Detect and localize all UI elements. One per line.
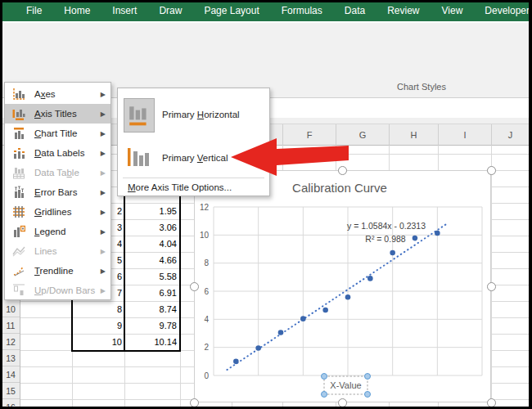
svg-text:10: 10 [200, 231, 210, 240]
primary-horizontal-icon [124, 98, 155, 133]
chart-svg: 024681012Calibration Curvey = 1.0584x - … [195, 171, 490, 402]
cell-y-value[interactable]: 6.91 [126, 285, 177, 301]
row-header-12[interactable]: 12 [2, 334, 20, 350]
menu-item-label: Chart Title [34, 128, 77, 138]
row-header-14[interactable]: 14 [2, 366, 20, 383]
menu-item-data-labels[interactable]: Data Labels▶ [5, 143, 110, 163]
cell-x-value[interactable]: 9 [74, 317, 122, 334]
menu-item-lines: Lines▶ [5, 241, 110, 261]
cell-y-value[interactable]: 10.14 [126, 334, 177, 350]
lines-icon [12, 245, 25, 258]
chart-title-icon [12, 127, 25, 140]
data-table-icon [12, 166, 25, 179]
submenu-arrow-icon: ▶ [101, 110, 106, 118]
menu-item-trendline[interactable]: Trendline▶ [5, 261, 110, 281]
column-header-i[interactable]: I [438, 124, 491, 146]
primary-vertical-icon [127, 146, 151, 169]
table-border [71, 350, 181, 352]
svg-text:2: 2 [204, 343, 209, 352]
submenu-arrow-icon: ▶ [101, 209, 106, 216]
chart-resize-handle[interactable] [338, 398, 347, 407]
ribbon-tab-home[interactable]: Home [56, 0, 98, 21]
menu-item-label: Axis Titles [34, 109, 77, 119]
submenu-arrow-icon: ▶ [101, 189, 106, 196]
menu-item-more-axis-title-options[interactable]: More Axis Title Options... [118, 181, 269, 196]
menu-item-label: Error Bars [34, 187, 77, 197]
svg-text:12: 12 [200, 203, 210, 212]
frame-border [529, 0, 532, 409]
ribbon-tab-insert[interactable]: Insert [104, 0, 145, 21]
menu-item-axis-titles[interactable]: Axis Titles▶ [5, 104, 110, 124]
cell-y-value[interactable]: 9.78 [126, 317, 177, 334]
gridline [491, 146, 492, 407]
chart-resize-handle[interactable] [487, 398, 496, 407]
menu-item-data-table: Data Table▶ [5, 163, 110, 182]
axes-icon [12, 88, 25, 101]
cell-y-value[interactable]: 5.58 [126, 268, 177, 285]
ribbon-tab-bar: FileHomeInsertDrawPage LayoutFormulasDat… [0, 0, 532, 21]
ribbon-tab-data[interactable]: Data [336, 0, 373, 21]
row-header-11[interactable]: 11 [2, 317, 20, 334]
submenu-arrow-icon: ▶ [101, 228, 106, 236]
svg-text:4: 4 [204, 315, 209, 324]
svg-text:y = 1.0584x - 0.2313: y = 1.0584x - 0.2313 [347, 221, 426, 231]
menu-item-label: Primary Vertical [162, 153, 228, 163]
row-header-10[interactable]: 10 [2, 301, 20, 317]
menu-item-primary-horizontal[interactable]: Primary Horizontal [118, 97, 269, 136]
chart-resize-handle[interactable] [487, 166, 496, 175]
cell-y-value[interactable]: 3.06 [126, 219, 177, 236]
svg-text:6: 6 [204, 287, 209, 296]
excel-window: FileHomeInsertDrawPage LayoutFormulasDat… [0, 0, 532, 409]
add-chart-element-menu: Axes▶Axis Titles▶Chart Title▶Data Labels… [4, 82, 111, 300]
ribbon-content [0, 23, 532, 78]
cell-y-value[interactable]: 8.74 [126, 301, 177, 317]
menu-item-error-bars[interactable]: Error Bars▶ [5, 182, 110, 202]
menu-item-label: Data Table [34, 168, 79, 178]
ribbon-tab-view[interactable]: View [434, 0, 471, 21]
cell-y-value[interactable]: 1.95 [126, 203, 177, 219]
cell-y-value[interactable]: 4.04 [126, 236, 177, 252]
data-labels-icon [12, 146, 25, 160]
gridlines-icon [12, 205, 25, 218]
cell-y-value[interactable]: 4.66 [126, 252, 177, 268]
calibration-curve-chart[interactable]: 024681012Calibration Curvey = 1.0584x - … [194, 170, 491, 402]
red-callout-arrow [228, 136, 352, 178]
chart-resize-handle[interactable] [487, 282, 496, 291]
cell-x-value[interactable]: 8 [74, 301, 122, 317]
submenu-arrow-icon: ▶ [101, 150, 106, 157]
chart-resize-handle[interactable] [190, 282, 199, 291]
chart-styles-group-label: Chart Styles [352, 82, 491, 92]
column-header-h[interactable]: H [389, 124, 438, 146]
menu-item-label: Data Labels [34, 148, 84, 158]
menu-item-up-down-bars: Up/Down Bars▶ [5, 281, 110, 300]
menu-item-chart-title[interactable]: Chart Title▶ [5, 124, 110, 143]
table-border [124, 172, 125, 352]
frame-border [0, 0, 2, 409]
svg-text:X-Value: X-Value [330, 380, 361, 390]
ribbon-tab-page-layout[interactable]: Page Layout [196, 0, 267, 21]
menu-item-axes[interactable]: Axes▶ [5, 84, 110, 104]
updown-bars-icon [12, 284, 25, 297]
chart-resize-handle[interactable] [190, 398, 199, 407]
ribbon-tab-review[interactable]: Review [379, 0, 427, 21]
submenu-arrow-icon: ▶ [101, 130, 106, 137]
row-header-15[interactable]: 15 [2, 383, 20, 399]
menu-item-label: More Axis Title Options... [128, 182, 232, 192]
row-header-13[interactable]: 13 [2, 350, 20, 366]
menu-item-label: Legend [34, 227, 65, 236]
menu-item-gridlines[interactable]: Gridlines▶ [5, 202, 110, 222]
ribbon-tab-developer[interactable]: Developer [476, 0, 532, 21]
column-header-j[interactable]: J [491, 124, 529, 146]
menu-item-label: Trendline [34, 266, 74, 276]
menu-item-legend[interactable]: Legend▶ [5, 222, 110, 241]
legend-icon [12, 225, 25, 238]
ribbon-tab-draw[interactable]: Draw [151, 0, 190, 21]
submenu-arrow-icon: ▶ [101, 287, 106, 294]
ribbon-tab-formulas[interactable]: Formulas [273, 0, 331, 21]
submenu-arrow-icon: ▶ [101, 267, 106, 275]
svg-text:0: 0 [204, 371, 209, 380]
ribbon-tab-file[interactable]: File [18, 0, 50, 21]
table-border [179, 172, 181, 352]
trendline-icon [12, 264, 25, 277]
cell-x-value[interactable]: 10 [74, 334, 122, 350]
